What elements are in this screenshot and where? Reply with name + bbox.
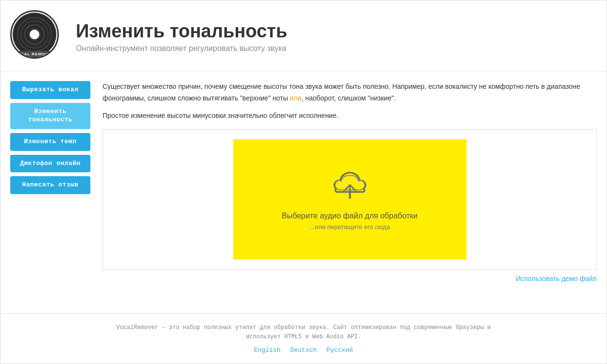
- sidebar-item-cut-vocal[interactable]: Вырезать вокал: [10, 81, 90, 99]
- footer: VocalRemover – это набор полезных утилит…: [0, 313, 607, 364]
- link-or[interactable]: или: [290, 94, 301, 102]
- footer-text-line2: использует HTML5 и Web Audio API.: [246, 333, 362, 340]
- page-subtitle: Онлайн-инструмент позволяет регулировать…: [76, 44, 287, 53]
- upload-sub-text: ...или перетащите его сюда: [310, 223, 390, 231]
- content-area: Существует множество причин, почему смещ…: [103, 81, 597, 303]
- upload-zone[interactable]: Выберите аудио файл для обработки ...или…: [233, 139, 467, 260]
- upload-cloud-icon: [330, 168, 369, 202]
- svg-point-0: [13, 13, 56, 56]
- upload-zone-wrapper: Выберите аудио файл для обработки ...или…: [103, 129, 597, 270]
- page-title: Изменить тональность: [76, 21, 287, 42]
- sidebar: Вырезать вокал Изменить тональность Изме…: [10, 81, 90, 303]
- svg-point-5: [31, 31, 38, 38]
- sidebar-item-change-tone[interactable]: Изменить тональность: [10, 103, 90, 129]
- description-paragraph-2: Простое изменение высоты минусовки значи…: [103, 112, 597, 119]
- footer-link-deutsch[interactable]: Deutsch: [290, 347, 317, 354]
- description-paragraph-1: Существует множество причин, почему смещ…: [103, 81, 597, 104]
- svg-point-6: [33, 33, 36, 36]
- sidebar-item-dictaphone[interactable]: Диктофон онлайн: [10, 155, 90, 173]
- upload-main-text: Выберите аудио файл для обработки: [282, 212, 418, 220]
- svg-point-4: [29, 29, 40, 40]
- footer-text-line1: VocalRemover – это набор полезных утилит…: [116, 324, 491, 331]
- sidebar-item-feedback[interactable]: Написать отзыв: [10, 176, 90, 194]
- footer-description: VocalRemover – это набор полезных утилит…: [15, 323, 592, 342]
- footer-links: English Deutsch Русский: [15, 347, 592, 354]
- demo-file-link[interactable]: Использовать демо файл: [516, 275, 597, 282]
- main-content: Вырезать вокал Изменить тональность Изме…: [0, 71, 607, 313]
- logo: VOCAL REMOVER: [10, 10, 64, 64]
- logo-label: VOCAL REMOVER: [12, 51, 57, 57]
- footer-link-english[interactable]: English: [254, 347, 281, 354]
- header: VOCAL REMOVER Изменить тональность Онлай…: [0, 0, 607, 71]
- header-text: Изменить тональность Онлайн-инструмент п…: [76, 21, 287, 53]
- vinyl-icon: [13, 13, 56, 56]
- footer-link-russian[interactable]: Русский: [327, 347, 353, 354]
- demo-link-row: Использовать демо файл: [103, 270, 597, 287]
- sidebar-item-change-tempo[interactable]: Изменить темп: [10, 133, 90, 151]
